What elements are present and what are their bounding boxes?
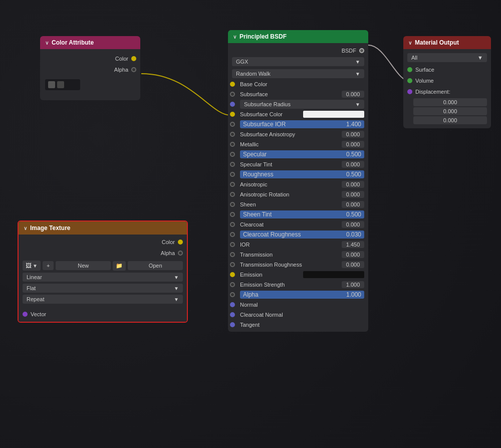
subsurface-ior-socket[interactable] (230, 122, 235, 127)
all-select[interactable]: All ▼ (407, 53, 487, 62)
transmission-value[interactable]: 0.000 (342, 251, 364, 258)
base-color-socket[interactable] (230, 82, 235, 87)
alpha-output-label: Alpha (114, 67, 128, 73)
specular-tint-socket[interactable] (230, 162, 235, 167)
displacement-val-3[interactable]: 0.000 (413, 116, 487, 124)
random-walk-value: Random Walk (236, 71, 271, 77)
clearcoat-label: Clearcoat (238, 221, 342, 228)
displacement-val-2[interactable]: 0.000 (413, 107, 487, 115)
roughness-label: Roughness (243, 171, 274, 178)
img-alpha-socket[interactable] (178, 251, 183, 256)
sheen-tint-socket[interactable] (230, 212, 235, 217)
clearcoat-normal-socket[interactable] (230, 312, 235, 317)
subsurface-anisotropy-value[interactable]: 0.000 (342, 131, 364, 138)
clearcoat-normal-row: Clearcoat Normal (228, 310, 368, 320)
sheen-value[interactable]: 0.000 (342, 201, 364, 208)
specular-socket[interactable] (230, 152, 235, 157)
clearcoat-value[interactable]: 0.000 (342, 221, 364, 228)
sheen-tint-bar[interactable]: Sheen Tint 0.500 (240, 210, 364, 218)
sheen-socket[interactable] (230, 202, 235, 207)
specular-bar[interactable]: Specular 0.500 (240, 150, 364, 158)
subsurface-ior-bar[interactable]: Subsurface IOR 1.400 (240, 120, 364, 128)
new-label-button[interactable]: New (56, 261, 111, 270)
subsurface-color-swatch[interactable] (303, 111, 364, 118)
emission-label: Emission (238, 272, 301, 278)
anisotropic-socket[interactable] (230, 182, 235, 187)
linear-arrow: ▼ (174, 275, 179, 280)
anisotropic-row: Anisotropic 0.000 (228, 179, 368, 189)
all-select-row: All ▼ (403, 51, 491, 64)
vector-input-row: Vector (19, 309, 187, 320)
anisotropic-value[interactable]: 0.000 (342, 181, 364, 188)
bsdf-output-socket[interactable] (359, 48, 364, 53)
alpha-bar[interactable]: Alpha 1.000 (240, 291, 364, 299)
clearcoat-socket[interactable] (230, 222, 235, 227)
transmission-socket[interactable] (230, 252, 235, 257)
displacement-val-1[interactable]: 0.000 (413, 98, 487, 106)
specular-row: Specular 0.500 (228, 149, 368, 159)
chevron-icon-matout: ∨ (408, 40, 412, 46)
surface-socket[interactable] (407, 67, 412, 72)
clearcoat-normal-label: Clearcoat Normal (238, 312, 364, 318)
anisotropic-rotation-socket[interactable] (230, 192, 235, 197)
alpha-output-socket[interactable] (131, 67, 136, 72)
image-texture-header[interactable]: ∨ Image Texture (19, 221, 187, 235)
color-attribute-header[interactable]: ∨ Color Attribute (40, 36, 140, 49)
subsurface-value[interactable]: 0.000 (342, 91, 364, 98)
folder-button[interactable]: 📁 (113, 261, 126, 271)
roughness-socket[interactable] (230, 172, 235, 177)
material-output-body: All ▼ Surface Volume Displacement: 0.000… (403, 49, 491, 128)
specular-tint-value[interactable]: 0.000 (342, 161, 364, 168)
img-color-socket[interactable] (178, 240, 183, 245)
subsurface-color-socket[interactable] (230, 112, 235, 117)
sheen-tint-label: Sheen Tint (243, 211, 272, 218)
color-output-row: Color (40, 53, 140, 64)
alpha-bsdf-socket[interactable] (230, 292, 235, 297)
roughness-bar[interactable]: Roughness 0.500 (240, 170, 364, 178)
volume-socket[interactable] (407, 78, 412, 83)
random-walk-dropdown[interactable]: Random Walk ▼ (232, 69, 364, 78)
emission-socket[interactable] (230, 272, 235, 277)
new-button[interactable]: + (43, 261, 54, 270)
clearcoat-roughness-bar[interactable]: Clearcoat Roughness 0.030 (240, 231, 364, 239)
transmission-roughness-socket[interactable] (230, 262, 235, 267)
ior-socket[interactable] (230, 242, 235, 247)
image-texture-body: Color Alpha 🖼 ▼ + New 📁 Open Linear ▼ (19, 235, 187, 322)
subsurface-radius-row: Subsurface Radius ▼ (228, 99, 368, 109)
tangent-socket[interactable] (230, 322, 235, 327)
preview-icon (48, 81, 55, 88)
subsurface-radius-dropdown[interactable]: Subsurface Radius ▼ (240, 100, 364, 109)
subsurface-radius-socket[interactable] (230, 102, 235, 107)
metallic-value[interactable]: 0.000 (342, 141, 364, 148)
clearcoat-roughness-socket[interactable] (230, 232, 235, 237)
subsurface-anisotropy-socket[interactable] (230, 132, 235, 137)
flat-dropdown[interactable]: Flat ▼ (23, 284, 183, 293)
normal-socket[interactable] (230, 302, 235, 307)
color-output-socket[interactable] (131, 56, 136, 61)
sheen-tint-row: Sheen Tint 0.500 (228, 209, 368, 219)
image-texture-title: Image Texture (30, 225, 70, 232)
transmission-roughness-row: Transmission Roughness 0.000 (228, 260, 368, 270)
sheen-row: Sheen 0.000 (228, 199, 368, 209)
chevron-icon: ∨ (45, 40, 49, 46)
open-button[interactable]: Open (128, 261, 183, 270)
subsurface-socket[interactable] (230, 92, 235, 97)
ggx-dropdown[interactable]: GGX ▼ (232, 57, 364, 66)
emission-swatch[interactable] (303, 271, 364, 278)
anisotropic-rotation-value[interactable]: 0.000 (342, 191, 364, 198)
transmission-roughness-value[interactable]: 0.000 (342, 261, 364, 268)
ior-value[interactable]: 1.450 (342, 241, 364, 248)
emission-strength-value[interactable]: 1.000 (342, 281, 364, 288)
ggx-value: GGX (236, 59, 248, 65)
vector-socket[interactable] (23, 312, 28, 317)
repeat-arrow: ▼ (174, 297, 179, 302)
bsdf-header[interactable]: ∨ Principled BSDF (228, 30, 368, 43)
material-output-header[interactable]: ∨ Material Output (403, 36, 491, 49)
emission-strength-socket[interactable] (230, 282, 235, 287)
repeat-dropdown[interactable]: Repeat ▼ (23, 295, 183, 304)
metallic-socket[interactable] (230, 142, 235, 147)
displacement-socket[interactable] (407, 89, 412, 94)
volume-label: Volume (415, 78, 434, 84)
img-selector[interactable]: 🖼 ▼ (23, 261, 41, 271)
linear-dropdown[interactable]: Linear ▼ (23, 273, 183, 282)
